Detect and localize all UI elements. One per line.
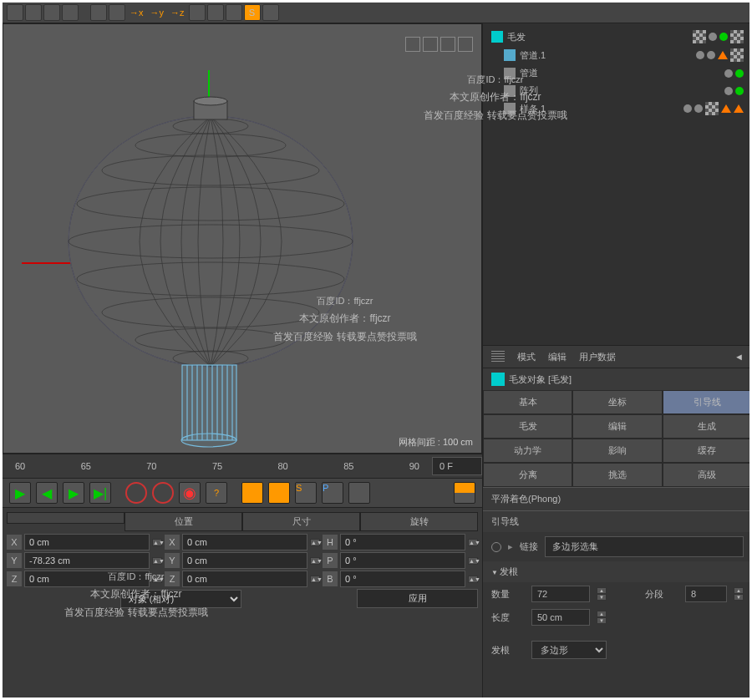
- help-button[interactable]: ?: [206, 482, 227, 504]
- tab-coord[interactable]: 坐标: [572, 390, 662, 414]
- roots-header[interactable]: 发根: [483, 561, 752, 582]
- move-tool-icon[interactable]: [241, 482, 263, 504]
- keyframe-button[interactable]: [152, 482, 174, 504]
- pos-z-input[interactable]: [24, 571, 150, 587]
- coord-mode-select[interactable]: 对象 (相对): [120, 590, 241, 608]
- link-field[interactable]: 多边形选集: [545, 536, 744, 557]
- apply-button[interactable]: 应用: [357, 589, 478, 608]
- spinner-icon[interactable]: ▲▼: [597, 611, 607, 624]
- tool-button[interactable]: [109, 4, 125, 21]
- object-name[interactable]: 阵列: [520, 84, 538, 97]
- radio-button[interactable]: [491, 542, 501, 552]
- record-button[interactable]: [125, 482, 147, 504]
- spinner-icon[interactable]: ▲▼: [152, 557, 162, 565]
- tool-button[interactable]: [262, 4, 279, 21]
- tab-guides[interactable]: 引导线: [663, 390, 752, 414]
- tab-dynamics[interactable]: 动力学: [483, 439, 572, 463]
- object-name[interactable]: 管道.1: [520, 49, 546, 62]
- size-y-input[interactable]: [182, 552, 307, 569]
- warning-icon[interactable]: [718, 51, 728, 59]
- layout-icon[interactable]: [454, 482, 475, 504]
- size-x-input[interactable]: [182, 534, 307, 550]
- object-row[interactable]: 毛发: [487, 28, 748, 46]
- spinner-icon[interactable]: ▲▼: [310, 557, 320, 565]
- frame-counter[interactable]: 0 F: [432, 457, 482, 475]
- nav-back-icon[interactable]: ◄: [734, 352, 744, 362]
- count-input[interactable]: [531, 586, 590, 602]
- checker-icon[interactable]: [730, 48, 744, 62]
- tool-button[interactable]: [43, 4, 60, 21]
- warning-icon[interactable]: [721, 104, 731, 113]
- tool-button[interactable]: [189, 4, 206, 21]
- grip-icon[interactable]: [491, 351, 505, 363]
- phong-row[interactable]: 平滑着色(Phong): [483, 487, 752, 510]
- check-icon[interactable]: [735, 87, 744, 95]
- tab-hair[interactable]: 毛发: [483, 414, 572, 439]
- spinner-icon[interactable]: ▲▼: [152, 576, 162, 583]
- spinner-icon[interactable]: ▲▼: [597, 587, 607, 601]
- tool-button[interactable]: [226, 4, 242, 21]
- warning-icon[interactable]: [734, 104, 744, 113]
- spinner-icon[interactable]: ▲▼: [468, 539, 478, 546]
- axis-z-label[interactable]: →z: [168, 8, 187, 18]
- check-icon[interactable]: [719, 33, 728, 41]
- size-z-input[interactable]: [182, 571, 307, 587]
- tool-icon[interactable]: [348, 482, 370, 504]
- check-icon[interactable]: [735, 69, 744, 78]
- object-row[interactable]: 样条.1: [487, 99, 748, 118]
- tab-edit[interactable]: 编辑: [572, 414, 662, 439]
- tool-button[interactable]: [7, 4, 23, 21]
- edit-menu[interactable]: 编辑: [548, 351, 567, 363]
- tool-button[interactable]: [62, 4, 79, 21]
- length-input[interactable]: [531, 609, 590, 626]
- tool-p-icon[interactable]: P: [322, 482, 343, 504]
- spinner-icon[interactable]: ▲▼: [152, 539, 162, 546]
- play-start-button[interactable]: ▶: [9, 482, 31, 504]
- object-row[interactable]: 管道: [487, 64, 748, 82]
- tool-button[interactable]: [25, 4, 42, 21]
- stop-button[interactable]: ◉: [179, 482, 201, 504]
- segments-input[interactable]: [685, 586, 727, 602]
- rot-h-input[interactable]: [340, 534, 465, 550]
- tab-basic[interactable]: 基本: [483, 390, 572, 414]
- root-type-select[interactable]: 多边形: [531, 641, 607, 659]
- tag-icon[interactable]: [693, 30, 706, 43]
- axis-y-label[interactable]: →y: [148, 8, 167, 18]
- 3d-viewport[interactable]: 网格间距 : 100 cm: [3, 23, 482, 454]
- tab-forces[interactable]: 影响: [572, 439, 662, 463]
- timeline[interactable]: 60 65 70 75 80 85 90 0 F: [3, 454, 482, 479]
- play-end-button[interactable]: ▶|: [89, 482, 111, 504]
- checker-icon[interactable]: [705, 102, 719, 115]
- pos-y-input[interactable]: [24, 552, 150, 569]
- spinner-icon[interactable]: ▲▼: [310, 539, 320, 546]
- mode-menu[interactable]: 模式: [517, 351, 536, 363]
- tool-icon[interactable]: [268, 482, 290, 504]
- object-name[interactable]: 管道: [520, 67, 538, 79]
- object-row[interactable]: 管道.1: [487, 46, 748, 64]
- object-row[interactable]: 阵列: [487, 82, 748, 99]
- grip-icon[interactable]: [7, 512, 124, 524]
- rot-b-input[interactable]: [340, 571, 465, 587]
- tool-s-icon[interactable]: S: [295, 482, 317, 504]
- spinner-icon[interactable]: ▲▼: [468, 576, 478, 583]
- tool-orange-icon[interactable]: S: [244, 4, 261, 21]
- tool-button[interactable]: [207, 4, 224, 21]
- pos-x-input[interactable]: [24, 534, 150, 550]
- spinner-icon[interactable]: ▲▼: [468, 557, 478, 565]
- tab-generate[interactable]: 生成: [663, 414, 752, 439]
- play-button[interactable]: ▶: [63, 482, 84, 504]
- tab-culling[interactable]: 挑选: [572, 463, 662, 487]
- rot-p-input[interactable]: [340, 552, 465, 569]
- play-prev-button[interactable]: ◀: [36, 482, 58, 504]
- tab-cache[interactable]: 缓存: [663, 439, 752, 463]
- object-name[interactable]: 样条.1: [520, 103, 546, 115]
- userdata-menu[interactable]: 用户数据: [579, 351, 616, 363]
- tool-button[interactable]: [90, 4, 107, 21]
- spinner-icon[interactable]: ▲▼: [734, 587, 744, 601]
- tab-partings[interactable]: 分离: [483, 463, 572, 487]
- checker-icon[interactable]: [730, 30, 744, 43]
- axis-x-label[interactable]: →x: [127, 8, 146, 18]
- spinner-icon[interactable]: ▲▼: [310, 576, 320, 583]
- object-name[interactable]: 毛发: [507, 31, 526, 43]
- tab-advanced[interactable]: 高级: [663, 463, 752, 487]
